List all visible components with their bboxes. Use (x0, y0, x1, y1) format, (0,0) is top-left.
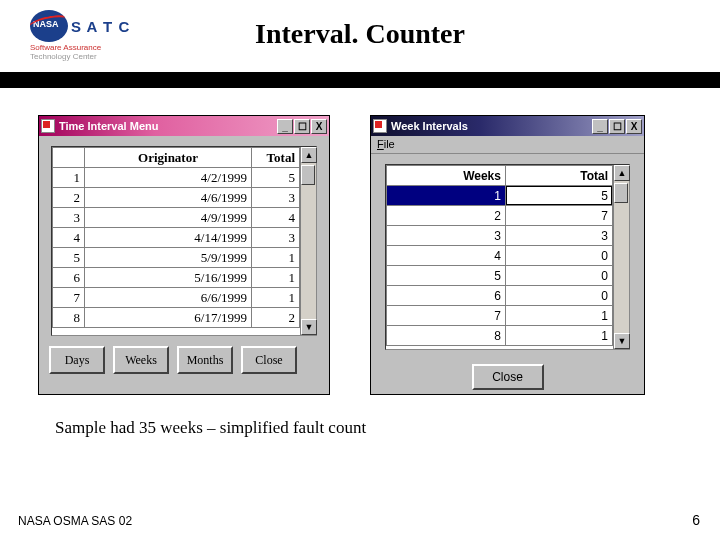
close-button[interactable]: Close (472, 364, 544, 390)
table-row: 55/9/19991 (53, 248, 300, 268)
minimize-button[interactable]: _ (277, 119, 293, 134)
table-row: 50 (387, 266, 613, 286)
maximize-button[interactable]: ☐ (294, 119, 310, 134)
table-row: 86/17/19992 (53, 308, 300, 328)
minimize-button[interactable]: _ (592, 119, 608, 134)
table-row: 14/2/19995 (53, 168, 300, 188)
file-menu[interactable]: File (377, 138, 395, 150)
table-row: 24/6/19993 (53, 188, 300, 208)
page-number: 6 (692, 512, 700, 528)
scrollbar[interactable]: ▲ ▼ (300, 147, 316, 335)
weeks-button[interactable]: Weeks (113, 346, 169, 374)
close-window-button[interactable]: X (311, 119, 327, 134)
table-row: 65/16/19991 (53, 268, 300, 288)
scroll-down-icon[interactable]: ▼ (614, 333, 630, 349)
days-button[interactable]: Days (49, 346, 105, 374)
button-row: Days Weeks Months Close (39, 336, 329, 374)
menubar: File (371, 136, 644, 154)
table-row: 27 (387, 206, 613, 226)
file-menu-label: ile (384, 138, 395, 150)
caption-text: Sample had 35 weeks – simplified fault c… (55, 418, 366, 438)
col-blank (53, 148, 85, 168)
scroll-up-icon[interactable]: ▲ (614, 165, 630, 181)
footer-org: NASA OSMA SAS 02 (18, 514, 132, 528)
table-row: 15 (387, 186, 613, 206)
scroll-thumb[interactable] (614, 183, 628, 203)
interval-table: Originator Total 14/2/19995 24/6/19993 3… (52, 147, 300, 328)
button-row: Close (371, 350, 644, 390)
slide-title: Interval. Counter (0, 18, 720, 50)
scroll-up-icon[interactable]: ▲ (301, 147, 317, 163)
logo-subtitle-2: Technology Center (30, 52, 160, 61)
interval-grid: Originator Total 14/2/19995 24/6/19993 3… (51, 146, 317, 336)
scroll-down-icon[interactable]: ▼ (301, 319, 317, 335)
close-window-button[interactable]: X (626, 119, 642, 134)
table-row: 40 (387, 246, 613, 266)
table-row: 34/9/19994 (53, 208, 300, 228)
col-originator: Originator (85, 148, 252, 168)
window-title: Week Intervals (391, 120, 468, 132)
col-total: Total (505, 166, 612, 186)
table-row: 81 (387, 326, 613, 346)
scroll-track[interactable] (301, 163, 316, 319)
app-icon (41, 119, 55, 133)
week-intervals-window: Week Intervals _ ☐ X File Weeks Total 15… (370, 115, 645, 395)
months-button[interactable]: Months (177, 346, 233, 374)
table-row: 76/6/19991 (53, 288, 300, 308)
table-row: 33 (387, 226, 613, 246)
time-interval-window: Time Interval Menu _ ☐ X Originator Tota… (38, 115, 330, 395)
table-row: 60 (387, 286, 613, 306)
title-divider (0, 72, 720, 88)
table-row: 71 (387, 306, 613, 326)
col-weeks: Weeks (387, 166, 506, 186)
scroll-thumb[interactable] (301, 165, 315, 185)
col-total: Total (252, 148, 300, 168)
weeks-table: Weeks Total 15 27 33 40 50 60 71 81 (386, 165, 613, 346)
close-button[interactable]: Close (241, 346, 297, 374)
scroll-track[interactable] (614, 181, 629, 333)
scrollbar[interactable]: ▲ ▼ (613, 165, 629, 349)
window-title: Time Interval Menu (59, 120, 158, 132)
titlebar[interactable]: Time Interval Menu _ ☐ X (39, 116, 329, 136)
app-icon (373, 119, 387, 133)
titlebar[interactable]: Week Intervals _ ☐ X (371, 116, 644, 136)
table-row: 44/14/19993 (53, 228, 300, 248)
weeks-grid: Weeks Total 15 27 33 40 50 60 71 81 ▲ ▼ (385, 164, 630, 350)
maximize-button[interactable]: ☐ (609, 119, 625, 134)
